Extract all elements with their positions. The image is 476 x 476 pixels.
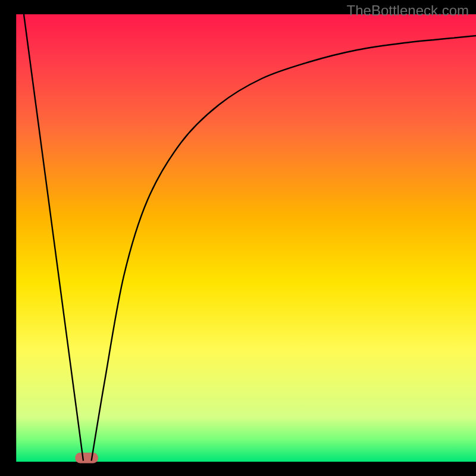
plot-area [16,14,476,462]
bottleneck-chart [0,0,476,476]
watermark-text: TheBottleneck.com [347,2,469,19]
chart-container: TheBottleneck.com [0,0,476,476]
optimal-marker [75,453,98,464]
